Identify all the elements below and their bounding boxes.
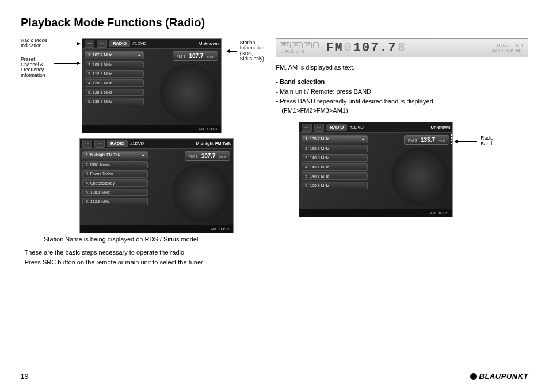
- shot-tab: RADIO: [109, 40, 130, 47]
- page-title: Playback Mode Functions (Radio): [21, 16, 528, 29]
- shot-src: #1DVD: [130, 141, 144, 146]
- shot-station-name: Midnight FM Talk: [196, 141, 231, 146]
- lcd-tag: dts: [292, 42, 303, 48]
- shot-btn: ◦◦◦: [97, 40, 106, 48]
- lcd-tcf: T C F: [510, 43, 524, 48]
- shot-btn: ◦◦◦: [314, 124, 324, 132]
- list-item: 3. 112.5 MHz: [85, 70, 144, 78]
- list-item: 2. NBC News: [82, 161, 148, 168]
- shot-tab: RADIO: [326, 124, 347, 131]
- shot-clock: 03:21: [439, 211, 449, 215]
- shot-tab: RADIO: [107, 140, 128, 147]
- list-item: 5. 108.1 MHz: [82, 189, 148, 196]
- speaker-icon: [160, 64, 218, 121]
- list-item: 6. 150.9 MHz: [302, 182, 367, 189]
- arrow-left-icon: [226, 50, 237, 52]
- freq-badge: FM 1 107.7 MHz: [185, 151, 230, 161]
- left-body-text: - These are the basic steps necessary to…: [21, 248, 264, 267]
- lcd-rpt: RPT: [516, 48, 524, 53]
- list-item: 1. Midnight FM Talk ◂: [82, 151, 148, 159]
- shot-btn: ◦◦◦: [302, 124, 311, 132]
- shot-ampm: AM: [199, 128, 204, 131]
- lcd-tag: ST: [304, 42, 312, 48]
- arrow-right-icon: [54, 43, 81, 45]
- callout-station-info: Station Information (RDS, Sirius only): [240, 40, 265, 62]
- shot-station-name: Unknown: [431, 125, 451, 130]
- shot-ampm: AM: [430, 212, 436, 215]
- shot-src: #1DVD: [349, 125, 363, 130]
- title-rule: [21, 33, 528, 33]
- list-item: 4. 145.1 MHz: [302, 163, 367, 171]
- radio-screenshot-3: ◦◦◦ ◦◦◦ RADIO #1DVD Unknown 1. 135.7 MHz…: [299, 122, 453, 217]
- list-item: 1. 135.7 MHz ◂: [302, 135, 367, 143]
- brand-logo: BLAUPUNKT: [470, 372, 528, 381]
- callout-radio-mode: Radio Mode Indication: [21, 38, 53, 49]
- list-item: 5. 148.1 MHz: [302, 172, 367, 180]
- footer-rule: [34, 376, 464, 376]
- speaker-icon: [391, 148, 449, 205]
- shot-station-name: Unknown: [199, 41, 219, 46]
- list-item: 4. Cheesecakey: [82, 179, 148, 187]
- rds-caption: Station Name is being displayed on RDS /…: [44, 236, 264, 243]
- lcd-ghost: 0: [344, 41, 353, 55]
- lcd-tag: MP3: [280, 42, 291, 48]
- lcd-display: MP3 dts ST - ☐ PLⅡ ☐ D FM 0 107.7 8 DISC: [276, 38, 528, 57]
- radio-screenshot-1: ◦◦◦ ◦◦◦ RADIO #1DVD Unknown 1. 107.7 MHz…: [82, 38, 222, 133]
- shot-ampm: AM: [211, 228, 216, 231]
- list-item: 6. 130.9 MHz: [85, 98, 144, 105]
- freq-badge: FM 2 135.7 MHz: [404, 135, 449, 145]
- list-item: 6. 112.9 MHz: [82, 198, 148, 205]
- shot-src: #1DVD: [132, 41, 146, 46]
- list-item: 3. 140.5 MHz: [302, 154, 367, 162]
- shot-btn: ◦◦◦: [85, 40, 94, 48]
- lcd-ch: 18ch: [492, 48, 503, 53]
- arrow-right-icon: [54, 62, 81, 64]
- lcd-rdm: RDM: [505, 48, 513, 53]
- callout-radio-band: Radio Band: [481, 136, 493, 147]
- list-item: 5. 128.1 MHz: [85, 89, 144, 96]
- list-item: 2. 108.1 MHz: [85, 61, 144, 68]
- lcd-freq: 107.7: [353, 41, 397, 55]
- page-number: 19: [21, 372, 28, 381]
- lcd-band: FM: [326, 41, 343, 55]
- shot-clock: 03:21: [219, 227, 230, 231]
- speaker-icon: [172, 164, 230, 221]
- lcd-disc: DISC: [497, 43, 508, 48]
- arrow-left-icon: [454, 140, 477, 143]
- right-body-text: FM, AM is displayed as text. - Band sele…: [276, 63, 528, 115]
- list-item: 1. 107.7 MHz ◂: [85, 51, 144, 59]
- lcd-row2: ☐ PLⅡ ☐ D: [280, 49, 319, 54]
- list-item: 3. Focus Today: [82, 170, 148, 178]
- lcd-ghost: 8: [398, 41, 406, 55]
- list-item: 4. 120.8 MHz: [85, 79, 144, 87]
- shot-btn: ◦◦◦: [94, 140, 104, 148]
- brand-dot-icon: [470, 373, 477, 380]
- shot-btn: ◦◦◦: [82, 140, 92, 148]
- radio-screenshot-2: ◦◦◦ ◦◦◦ RADIO #1DVD Midnight FM Talk 1. …: [79, 138, 234, 233]
- shot-clock: 03:21: [207, 127, 218, 131]
- list-item: 2. 138.8 MHz: [302, 145, 367, 152]
- freq-badge: FM 1 107.7 MHz: [173, 51, 218, 61]
- lcd-tag: -: [313, 42, 319, 48]
- callout-preset-freq: Preset Channel & Frequency Information: [21, 57, 53, 78]
